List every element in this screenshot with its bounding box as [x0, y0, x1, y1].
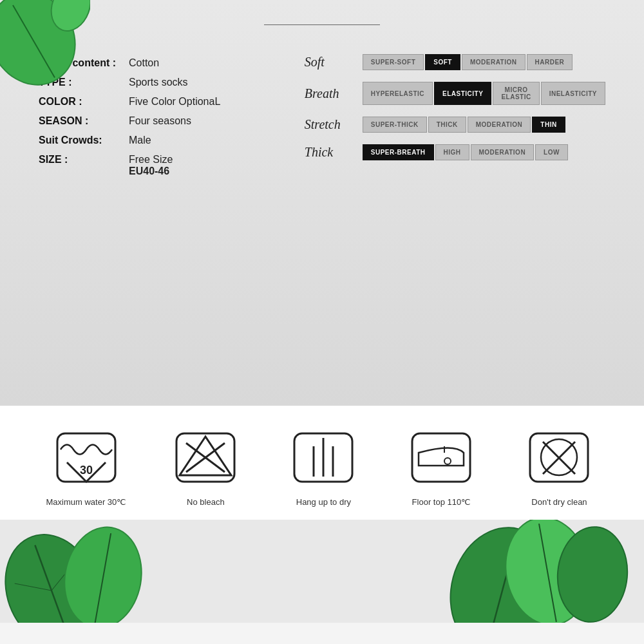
leaves-bottom — [0, 520, 644, 623]
rating-row-label: Thick — [305, 145, 353, 160]
hang-icon — [285, 425, 362, 489]
main-content: Fabric content :CottonTYPE :Sports socks… — [0, 0, 644, 406]
care-label: Hang up to dry — [296, 497, 351, 507]
rating-row: SoftSUPER-SOFTSOFTMODERATIONHARDER — [305, 54, 605, 70]
title-divider — [264, 24, 380, 25]
care-section: 30 Maximum water 30℃ No bleach Hang up t… — [0, 406, 644, 520]
rating-row: StretchSUPER-THICKTHICKMODERATIONTHIN — [305, 117, 605, 133]
rating-option-button[interactable]: SUPER-BREATH — [363, 144, 434, 160]
rating-row: BreathHYPERELASTICELASTICITYMICRO ELASTI… — [305, 82, 605, 105]
wash-icon: 30 — [48, 425, 125, 489]
rating-buttons-group: SUPER-SOFTSOFTMODERATIONHARDER — [363, 54, 573, 70]
rating-option-button[interactable]: MODERATION — [471, 144, 535, 160]
rating-option-button[interactable]: HARDER — [527, 54, 573, 70]
spec-label: SIZE : — [39, 154, 122, 177]
spec-value: Free Size — [129, 154, 173, 165]
info-section: Fabric content :CottonTYPE :Sports socks… — [39, 44, 605, 184]
iron-icon — [402, 425, 480, 489]
rating-option-button[interactable]: SUPER-THICK — [363, 117, 427, 133]
care-label: Don't dry clean — [531, 497, 587, 507]
rating-option-button[interactable]: HYPERELASTIC — [363, 82, 433, 105]
ratings-column: SoftSUPER-SOFTSOFTMODERATIONHARDERBreath… — [305, 51, 605, 177]
rating-option-button[interactable]: MODERATION — [468, 117, 531, 133]
rating-row: ThickSUPER-BREATHHIGHMODERATIONLOW — [305, 144, 605, 160]
care-label: Maximum water 30℃ — [46, 497, 127, 507]
rating-buttons-group: HYPERELASTICELASTICITYMICRO ELASTICINELA… — [363, 82, 605, 105]
spec-value: Five Color OptionaL — [129, 96, 220, 107]
rating-buttons-group: SUPER-THICKTHICKMODERATIONTHIN — [363, 117, 565, 133]
spec-value: Sports socks — [129, 77, 188, 88]
rating-row-label: Stretch — [305, 117, 353, 132]
spec-label: COLOR : — [39, 96, 122, 108]
rating-option-button[interactable]: MODERATION — [462, 54, 526, 70]
no-bleach-icon — [167, 425, 244, 489]
care-item-iron: Floor top 110℃ — [402, 425, 480, 507]
rating-option-button[interactable]: LOW — [535, 144, 568, 160]
spec-row: Suit Crowds:Male — [39, 135, 279, 146]
spec-row: SIZE :Free SizeEU40-46 — [39, 154, 279, 177]
rating-option-button[interactable]: HIGH — [435, 144, 469, 160]
care-item-hang: Hang up to dry — [285, 425, 362, 507]
svg-text:30: 30 — [80, 464, 93, 477]
svg-point-16 — [444, 458, 451, 464]
spec-label: Suit Crowds: — [39, 135, 122, 146]
svg-rect-15 — [412, 433, 470, 482]
rating-option-button[interactable]: INELASTICITY — [541, 82, 605, 105]
svg-marker-8 — [180, 437, 231, 475]
svg-point-28 — [57, 522, 148, 623]
rating-option-button[interactable]: SOFT — [425, 54, 460, 70]
no-dry-clean-icon — [520, 425, 598, 489]
spec-row: COLOR :Five Color OptionaL — [39, 96, 279, 108]
leaf-top-left-icon — [0, 0, 90, 97]
care-item-wash: 30 Maximum water 30℃ — [46, 425, 127, 507]
rating-row-label: Soft — [305, 55, 353, 70]
rating-row-label: Breath — [305, 86, 353, 101]
care-item-no-dry-clean: Don't dry clean — [520, 425, 598, 507]
rating-option-button[interactable]: MICRO ELASTIC — [493, 82, 539, 105]
rating-option-button[interactable]: SUPER-SOFT — [363, 54, 424, 70]
spec-row: SEASON :Four seasons — [39, 115, 279, 127]
care-item-no-bleach: No bleach — [167, 425, 244, 507]
spec-label: SEASON : — [39, 115, 122, 127]
care-label: Floor top 110℃ — [412, 497, 471, 507]
page-wrapper: Fabric content :CottonTYPE :Sports socks… — [0, 0, 644, 644]
rating-buttons-group: SUPER-BREATHHIGHMODERATIONLOW — [363, 144, 568, 160]
rating-option-button[interactable]: THIN — [532, 117, 565, 133]
spec-value: Male — [129, 135, 151, 146]
rating-option-button[interactable]: THICK — [428, 117, 466, 133]
rating-option-button[interactable]: ELASTICITY — [434, 82, 491, 105]
care-label: No bleach — [187, 497, 225, 507]
spec-value: Four seasons — [129, 115, 191, 126]
bottom-leaves-icon — [0, 520, 644, 623]
spec-value-extra: EU40-46 — [129, 166, 173, 177]
spec-value: Cotton — [129, 57, 159, 68]
